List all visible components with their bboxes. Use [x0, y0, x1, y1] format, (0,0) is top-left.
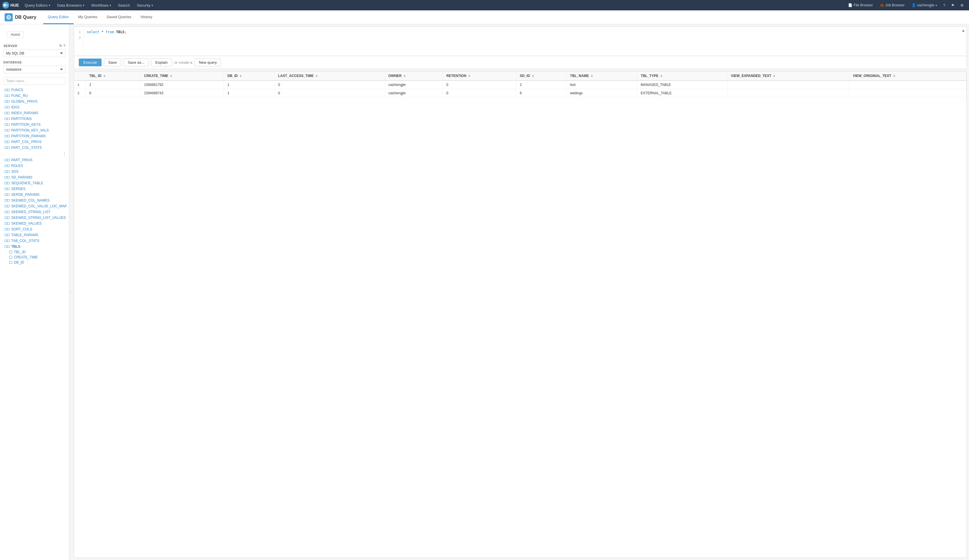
table-item-index-params[interactable]: INDEX_PARAMS: [0, 110, 69, 116]
explain-button[interactable]: Explain: [151, 58, 172, 66]
table-item-part-privs[interactable]: PART_PRIVS: [0, 157, 69, 163]
row-number: 2: [74, 89, 86, 98]
table-item-sd-params[interactable]: SD_PARAMS: [0, 174, 69, 180]
col-header-tbl-id[interactable]: TBL_ID: [86, 71, 140, 80]
table-item-roles[interactable]: ROLES: [0, 163, 69, 169]
cell-db-id: 1: [224, 89, 275, 98]
sort-icon: [661, 75, 662, 77]
assist-button[interactable]: Assist: [7, 31, 24, 38]
tab-saved-queries[interactable]: Saved Queries: [102, 10, 136, 24]
table-item-skewed-values[interactable]: SKEWED_VALUES: [0, 221, 69, 226]
flag-button[interactable]: ⚑: [948, 0, 957, 10]
table-item-skewed-col-names[interactable]: SKEWED_COL_NAMES: [0, 198, 69, 203]
settings-button[interactable]: ⚙: [957, 0, 967, 10]
col-resizer[interactable]: [139, 71, 140, 80]
server-select[interactable]: My SQL DB: [3, 50, 65, 57]
cell-view-original-text: [849, 89, 966, 98]
table-item-global-privs[interactable]: GLOBAL_PRIVS: [0, 99, 69, 105]
col-header-view-original-text[interactable]: VIEW_ORIGINAL_TEXT: [849, 71, 966, 80]
col-header-retention[interactable]: RETENTION: [443, 71, 516, 80]
table-item-funcs[interactable]: FUNCS: [0, 87, 69, 93]
table-item-serde-params[interactable]: SERDE_PARAMS: [0, 192, 69, 198]
table-item-serdes[interactable]: SERDES: [0, 186, 69, 192]
sidebar-resize-handle[interactable]: ⋮: [69, 24, 72, 560]
col-resizer[interactable]: [726, 71, 727, 80]
nav-search[interactable]: Search: [115, 0, 133, 10]
col-resizer[interactable]: [223, 71, 224, 80]
table-item-sequence-table[interactable]: SEQUENCE_TABLE: [0, 180, 69, 186]
col-resizer[interactable]: [383, 71, 385, 80]
table-item-skewed-string-list[interactable]: SKEWED_STRING_LIST: [0, 209, 69, 215]
table-item-partitions[interactable]: PARTITIONS: [0, 116, 69, 122]
table-item-tbls[interactable]: TBLS: [0, 244, 69, 249]
table-item-part-col-privs[interactable]: PART_COL_PRIVS: [0, 139, 69, 145]
table-item-part-col-stats[interactable]: PART_COL_STATS: [0, 145, 69, 151]
file-browser-link[interactable]: 📄 File Browser: [845, 0, 876, 10]
table-icon: [5, 211, 10, 213]
code-editor[interactable]: 1 2 select * from TBLS;: [74, 27, 966, 56]
table-item-skewed-col-value-loc-map[interactable]: SKEWED_COL_VALUE_LOC_MAP: [0, 203, 69, 209]
table-search-input[interactable]: [3, 77, 65, 85]
execute-button[interactable]: Execute: [79, 58, 102, 66]
table-icon: [5, 129, 10, 131]
tab-history[interactable]: History: [136, 10, 157, 24]
cell-tbl-type: EXTERNAL_TABLE: [637, 89, 727, 98]
col-header-create-time[interactable]: CREATE_TIME: [140, 71, 224, 80]
tab-query-editor[interactable]: Query Editor: [43, 10, 73, 24]
col-header-owner[interactable]: OWNER: [385, 71, 443, 80]
chevron-down-icon: ▾: [49, 4, 50, 7]
col-header-tbl-type[interactable]: TBL_TYPE: [637, 71, 727, 80]
collapse-button[interactable]: ▲: [961, 28, 965, 33]
tab-my-queries[interactable]: My Queries: [73, 10, 102, 24]
sort-icon: [170, 75, 172, 77]
col-header-last-access-time[interactable]: LAST_ACCESS_TIME: [275, 71, 385, 80]
nav-workflows[interactable]: Workflows ▾: [88, 0, 115, 10]
row-num-header: [74, 71, 86, 80]
refresh-icon[interactable]: ↻: [59, 44, 62, 48]
col-resizer[interactable]: [441, 71, 443, 80]
table-item-table-params[interactable]: TABLE_PARAMS: [0, 232, 69, 238]
table-child-db-id[interactable]: DB_ID: [0, 260, 69, 265]
nav-security[interactable]: Security ▾: [133, 0, 157, 10]
cell-tbl-id: 6: [86, 89, 140, 98]
table-item-tab-col-stats[interactable]: TAB_COL_STATS: [0, 238, 69, 244]
results-table: TBL_ID CREATE_TIME DB_ID: [74, 71, 966, 98]
col-resizer[interactable]: [636, 71, 637, 80]
table-child-tbl-id[interactable]: TBL_ID: [0, 249, 69, 254]
nav-data-browsers[interactable]: Data Browsers ▾: [54, 0, 88, 10]
content-area: ▲ 1 2 select * from TBLS; Execute Save S…: [72, 24, 969, 560]
database-select[interactable]: metastore: [3, 66, 65, 73]
col-header-tbl-name[interactable]: TBL_NAME: [566, 71, 637, 80]
nav-query-editors[interactable]: Query Editors ▾: [22, 0, 54, 10]
table-item-func-ru[interactable]: FUNC_RU: [0, 93, 69, 99]
col-resizer[interactable]: [965, 71, 966, 80]
save-button[interactable]: Save: [104, 58, 121, 66]
col-resizer[interactable]: [848, 71, 849, 80]
col-header-db-id[interactable]: DB_ID: [224, 71, 275, 80]
col-resizer[interactable]: [273, 71, 275, 80]
col-header-view-expanded-text[interactable]: VIEW_EXPANDED_TEXT: [727, 71, 849, 80]
table-item-sort-cols[interactable]: SORT_COLS: [0, 226, 69, 232]
user-menu[interactable]: 👤 caizhengjie ▾: [908, 0, 941, 10]
table-child-create-time[interactable]: CREATE_TIME: [0, 254, 69, 260]
table-icon: [5, 216, 10, 219]
help-button[interactable]: ?: [941, 0, 948, 10]
sort-icon: [240, 75, 241, 77]
job-browser-link[interactable]: 💼 Job Browser: [876, 0, 908, 10]
col-header-sd-id[interactable]: SD_ID: [516, 71, 566, 80]
logo[interactable]: HUE: [2, 2, 19, 9]
col-resizer[interactable]: [515, 71, 516, 80]
table-item-idxs[interactable]: IDXS: [0, 105, 69, 110]
col-resizer[interactable]: [565, 71, 566, 80]
logo-text: HUE: [10, 3, 19, 8]
table-item-skewed-string-list-values[interactable]: SKEWED_STRING_LIST_VALUES: [0, 215, 69, 221]
table-item-sds[interactable]: SDS: [0, 169, 69, 174]
help-icon[interactable]: ?: [63, 44, 65, 48]
new-query-button[interactable]: New query: [195, 58, 221, 66]
table-item-partition-key-vals[interactable]: PARTITION_KEY_VALS: [0, 128, 69, 133]
code-content[interactable]: select * from TBLS;: [83, 29, 966, 53]
context-menu-icon[interactable]: ⋮: [62, 151, 67, 156]
save-as-button[interactable]: Save as...: [123, 58, 149, 66]
table-item-partition-params[interactable]: PARTITION_PARAMS: [0, 133, 69, 139]
table-item-partition-keys[interactable]: PARTITION_KEYS: [0, 122, 69, 128]
